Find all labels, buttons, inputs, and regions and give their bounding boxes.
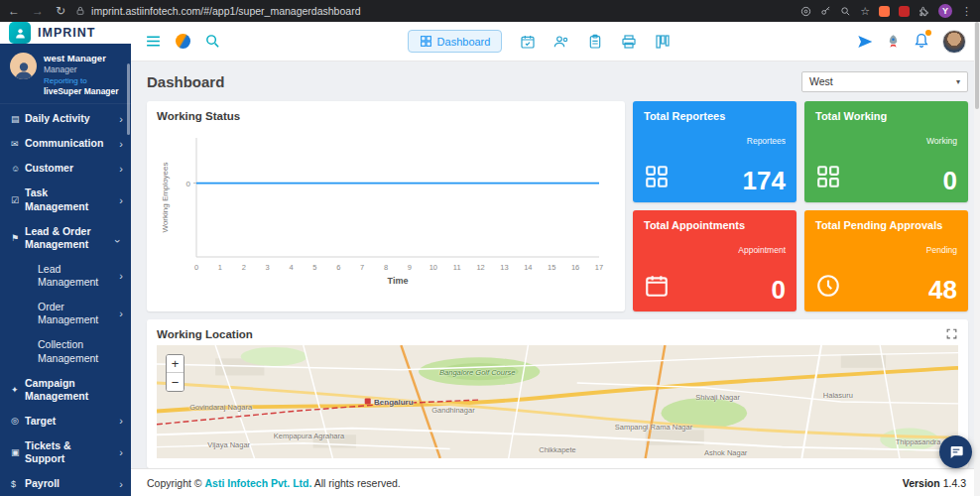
grid-icon <box>815 164 841 193</box>
sidebar-item-collection-management[interactable]: Collection Management <box>0 332 131 370</box>
copyright: Copyright © Asti Infotech Pvt. Ltd. All … <box>147 477 401 489</box>
stat-value: 174 <box>743 168 786 193</box>
map-label-halasuru: Halasuru <box>823 391 853 400</box>
map[interactable]: Bangalore Golf CourseGovindaraj NagaraBe… <box>157 345 958 458</box>
calendar-icon <box>644 273 670 303</box>
browser-forward-icon[interactable]: → <box>32 4 44 18</box>
stat-sublabel: Working <box>815 136 957 146</box>
tickets-support-icon: ▣ <box>11 447 25 457</box>
chat-fab-button[interactable] <box>939 435 972 468</box>
sidebar-scrollbar[interactable] <box>127 63 130 135</box>
zoom-out-button[interactable]: − <box>167 373 184 391</box>
brand-header[interactable]: IMPRINT <box>0 22 131 44</box>
user-profile[interactable]: west Manager Manager Reporting to liveSu… <box>0 44 131 104</box>
tab-dashboard-label: Dashboard <box>437 36 491 48</box>
browser-refresh-icon[interactable]: ↻ <box>56 4 65 18</box>
kanban-board-icon[interactable] <box>655 34 671 50</box>
site-info-icon[interactable] <box>75 6 85 16</box>
rocket-icon[interactable] <box>886 34 901 49</box>
task-management-icon: ☑ <box>11 195 25 205</box>
chevron-right-icon: › <box>113 163 123 175</box>
browser-back-icon[interactable]: ← <box>8 4 20 18</box>
version-value: 1.4.3 <box>943 477 966 489</box>
sidebar-item-order-management[interactable]: Order Management› <box>0 295 131 332</box>
extension-red-icon[interactable] <box>899 6 910 17</box>
menu-label: Payroll <box>25 477 113 490</box>
map-label-kempapura-agrahara: Kempapura Agrahara <box>274 432 344 440</box>
calendar-check-icon[interactable] <box>520 34 536 50</box>
chat-icon <box>948 444 964 460</box>
dashboard-grid-icon <box>420 35 432 48</box>
svg-text:10: 10 <box>429 263 437 272</box>
sidebar-item-target[interactable]: ◎Target› <box>0 409 131 434</box>
extensions-puzzle-icon[interactable] <box>919 6 929 17</box>
sidebar-menu: ▤Daily Activity›✉Communication›☺Customer… <box>0 104 131 496</box>
svg-text:0: 0 <box>186 180 191 188</box>
sidebar-item-daily-activity[interactable]: ▤Daily Activity› <box>0 106 131 131</box>
map-label-bangalore-golf-course: Bangalore Golf Course <box>439 368 515 377</box>
chevron-down-icon: ▾ <box>956 77 960 86</box>
user-name: west Manager <box>44 53 119 63</box>
map-label-thippasandra: Thippasandra <box>896 436 941 445</box>
zoom-icon[interactable] <box>840 6 851 17</box>
sidebar-item-communication[interactable]: ✉Communication› <box>0 131 131 156</box>
clock-icon <box>815 273 841 303</box>
zoom-in-button[interactable]: + <box>167 355 184 373</box>
tab-dashboard[interactable]: Dashboard <box>408 30 503 53</box>
scrollbar-thumb[interactable] <box>975 22 979 109</box>
sidebar-item-campaign-management[interactable]: ✦Campaign Management <box>0 371 131 409</box>
sidebar-item-task-management[interactable]: ☑Task Management› <box>0 181 131 218</box>
company-link[interactable]: Asti Infotech Pvt. Ltd. <box>205 477 312 489</box>
copyright-suffix: All rights reserved. <box>311 477 400 489</box>
key-icon[interactable] <box>820 6 831 17</box>
extension-orange-icon[interactable] <box>879 6 890 17</box>
clipboard-icon[interactable] <box>587 34 603 50</box>
map-zoom-control: + − <box>166 354 184 392</box>
svg-text:17: 17 <box>595 263 603 272</box>
sidebar-item-lead-management[interactable]: Lead Management› <box>0 257 131 295</box>
sidebar-item-customer[interactable]: ☺Customer› <box>0 156 131 181</box>
browser-menu-icon[interactable]: ⋮ <box>961 5 972 18</box>
menu-label: Tickets & Support <box>25 439 113 465</box>
browser-profile-avatar[interactable]: Y <box>938 4 952 18</box>
svg-text:2: 2 <box>242 263 246 272</box>
brand-name: IMPRINT <box>38 26 95 40</box>
notifications-bell[interactable] <box>914 32 929 52</box>
search-icon[interactable] <box>204 33 221 50</box>
chevron-right-icon: › <box>113 478 123 490</box>
svg-text:Time: Time <box>388 276 409 286</box>
svg-text:9: 9 <box>408 263 412 272</box>
menu-label: Daily Activity <box>25 112 113 125</box>
admin-users-icon[interactable] <box>553 34 569 50</box>
hamburger-menu-icon[interactable] <box>145 33 162 50</box>
chevron-down-icon: › <box>112 233 124 243</box>
stat-card-total-appointments[interactable]: Total AppointmentsAppointment0 <box>633 210 796 311</box>
bookmark-star-icon[interactable]: ☆ <box>860 5 870 18</box>
page-scrollbar[interactable] <box>974 22 980 496</box>
stat-value: 0 <box>943 168 957 193</box>
svg-text:Working Employees: Working Employees <box>161 163 170 233</box>
stat-card-total-working[interactable]: Total WorkingWorking0 <box>804 101 968 202</box>
send-icon[interactable] <box>857 34 873 50</box>
eye-icon[interactable] <box>800 6 811 17</box>
fullscreen-icon[interactable] <box>945 327 958 340</box>
theme-icon[interactable] <box>176 34 190 49</box>
sidebar-item-tickets-support[interactable]: ▣Tickets & Support› <box>0 434 131 471</box>
printer-icon[interactable] <box>621 34 637 50</box>
menu-label: Target <box>25 415 113 428</box>
stat-card-total-reportees[interactable]: Total ReporteesReportees174 <box>633 101 796 202</box>
stat-card-total-pending-approvals[interactable]: Total Pending ApprovalsPending48 <box>804 210 968 311</box>
svg-text:1: 1 <box>218 263 222 272</box>
address-bar[interactable]: imprint.astiinfotech.com/#/app1/super_ma… <box>75 5 791 17</box>
working-status-chart: 001234567891011121314151617TimeWorking E… <box>157 122 613 301</box>
communication-icon: ✉ <box>11 139 25 149</box>
menu-label: Collection Management <box>38 338 113 364</box>
sidebar-item-lead-order-management[interactable]: ⚑Lead & Order Management› <box>0 219 131 257</box>
sidebar-item-payroll[interactable]: $Payroll› <box>0 471 131 496</box>
navbar-user-avatar[interactable] <box>942 30 966 54</box>
url-text[interactable]: imprint.astiinfotech.com/#/app1/super_ma… <box>91 5 360 17</box>
region-select[interactable]: West ▾ <box>801 71 968 92</box>
stat-title: Total Reportees <box>644 110 786 122</box>
chevron-right-icon: › <box>113 308 123 319</box>
map-label-chikkapete: Chikkapete <box>539 444 576 453</box>
